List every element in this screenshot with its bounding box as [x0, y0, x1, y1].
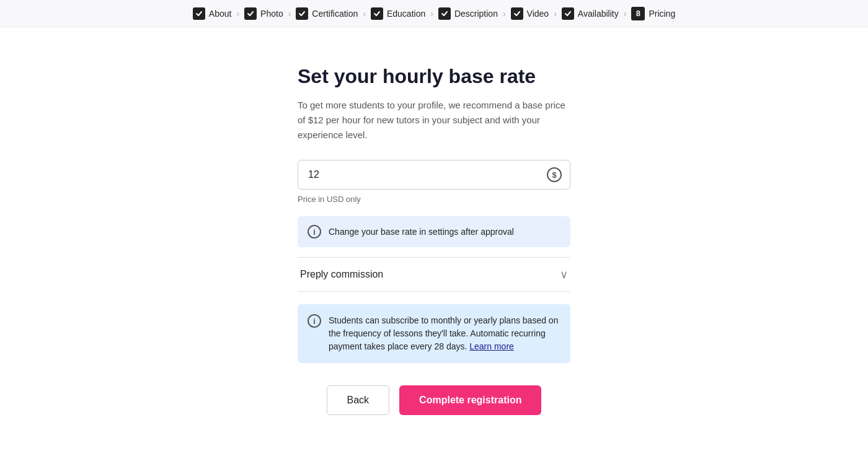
step-label-availability: Availability	[578, 9, 619, 19]
commission-label: Preply commission	[300, 269, 383, 280]
change-rate-info-box: i Change your base rate in settings afte…	[298, 216, 570, 247]
sep-5: ›	[503, 9, 506, 19]
step-label-photo: Photo	[260, 9, 283, 19]
subscription-text: Students can subscribe to monthly or yea…	[329, 314, 560, 353]
price-input[interactable]	[298, 160, 570, 190]
step-label-description: Description	[454, 9, 498, 19]
step-label-pricing: Pricing	[649, 9, 675, 19]
step-number-pricing: 8	[631, 7, 645, 20]
step-video[interactable]: Video	[511, 7, 549, 20]
check-certification	[296, 7, 308, 20]
step-certification[interactable]: Certification	[296, 7, 358, 20]
price-input-wrapper: $	[298, 160, 570, 190]
sep-2: ›	[288, 9, 291, 19]
steps-bar: About › Photo › Certification › Educatio…	[0, 0, 868, 27]
step-label-certification: Certification	[312, 9, 358, 19]
back-button[interactable]: Back	[327, 385, 390, 415]
page-title: Set your hourly base rate	[298, 64, 570, 88]
check-education	[371, 7, 383, 20]
chevron-down-icon: ∨	[560, 268, 568, 281]
content-wrapper: Set your hourly base rate To get more st…	[298, 64, 570, 415]
main-content: Set your hourly base rate To get more st…	[0, 27, 868, 440]
step-label-video: Video	[527, 9, 549, 19]
info-icon-rate: i	[308, 225, 321, 239]
sep-3: ›	[363, 9, 366, 19]
check-about	[193, 7, 205, 20]
check-description	[438, 7, 451, 20]
check-video	[511, 7, 523, 20]
check-photo	[244, 7, 257, 20]
buttons-row: Back Complete registration	[298, 385, 570, 415]
sep-6: ›	[554, 9, 557, 19]
step-education[interactable]: Education	[371, 7, 425, 20]
page-description: To get more students to your profile, we…	[298, 98, 570, 142]
step-description[interactable]: Description	[438, 7, 498, 20]
change-rate-text: Change your base rate in settings after …	[329, 226, 514, 239]
subscription-info-box: i Students can subscribe to monthly or y…	[298, 304, 570, 363]
check-availability	[562, 7, 574, 20]
price-hint: Price in USD only	[298, 195, 570, 204]
step-label-about: About	[209, 9, 232, 19]
complete-registration-button[interactable]: Complete registration	[399, 385, 541, 415]
dollar-icon: $	[547, 167, 562, 182]
sep-7: ›	[624, 9, 627, 19]
commission-accordion[interactable]: Preply commission ∨	[298, 257, 570, 292]
sep-4: ›	[430, 9, 433, 19]
step-availability[interactable]: Availability	[562, 7, 619, 20]
step-label-education: Education	[387, 9, 425, 19]
info-icon-subscription: i	[308, 314, 321, 328]
learn-more-link[interactable]: Learn more	[469, 341, 514, 351]
step-photo[interactable]: Photo	[244, 7, 283, 20]
step-pricing[interactable]: 8 Pricing	[631, 7, 675, 20]
step-about[interactable]: About	[193, 7, 232, 20]
sep-1: ›	[236, 9, 239, 19]
